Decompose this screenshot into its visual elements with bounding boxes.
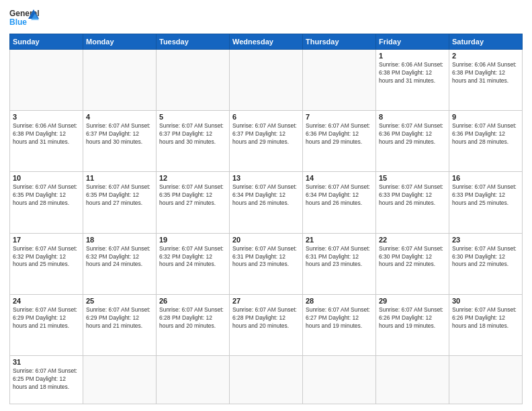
calendar-cell: 14Sunrise: 6:07 AM Sunset: 6:34 PM Dayli… bbox=[303, 172, 376, 233]
day-info: Sunrise: 6:07 AM Sunset: 6:36 PM Dayligh… bbox=[306, 122, 373, 146]
calendar-cell bbox=[83, 50, 157, 111]
calendar-cell: 1Sunrise: 6:06 AM Sunset: 6:38 PM Daylig… bbox=[376, 50, 449, 111]
svg-text:Blue: Blue bbox=[9, 17, 27, 27]
day-number: 14 bbox=[306, 174, 373, 182]
day-number: 3 bbox=[13, 113, 80, 121]
calendar-cell: 23Sunrise: 6:07 AM Sunset: 6:30 PM Dayli… bbox=[449, 233, 523, 294]
calendar-cell bbox=[157, 356, 230, 404]
calendar-cell: 16Sunrise: 6:07 AM Sunset: 6:33 PM Dayli… bbox=[449, 172, 523, 233]
day-number: 12 bbox=[159, 174, 226, 182]
calendar-cell: 12Sunrise: 6:07 AM Sunset: 6:35 PM Dayli… bbox=[157, 172, 230, 233]
day-number: 18 bbox=[86, 236, 153, 244]
day-info: Sunrise: 6:07 AM Sunset: 6:28 PM Dayligh… bbox=[159, 306, 226, 330]
calendar-week-row: 1Sunrise: 6:06 AM Sunset: 6:38 PM Daylig… bbox=[10, 50, 523, 111]
calendar-cell: 13Sunrise: 6:07 AM Sunset: 6:34 PM Dayli… bbox=[230, 172, 303, 233]
day-number: 21 bbox=[306, 236, 373, 244]
calendar-cell: 18Sunrise: 6:07 AM Sunset: 6:32 PM Dayli… bbox=[83, 233, 157, 294]
calendar-week-row: 3Sunrise: 6:06 AM Sunset: 6:38 PM Daylig… bbox=[10, 111, 523, 172]
day-info: Sunrise: 6:07 AM Sunset: 6:34 PM Dayligh… bbox=[306, 183, 373, 208]
day-number: 17 bbox=[13, 236, 80, 244]
calendar-cell: 26Sunrise: 6:07 AM Sunset: 6:28 PM Dayli… bbox=[157, 294, 230, 355]
day-number: 23 bbox=[452, 236, 519, 244]
calendar-cell: 15Sunrise: 6:07 AM Sunset: 6:33 PM Dayli… bbox=[376, 172, 449, 233]
day-number: 20 bbox=[232, 236, 300, 244]
calendar-table: SundayMondayTuesdayWednesdayThursdayFrid… bbox=[9, 34, 523, 404]
day-info: Sunrise: 6:07 AM Sunset: 6:27 PM Dayligh… bbox=[306, 306, 373, 330]
day-number: 15 bbox=[379, 174, 446, 182]
day-info: Sunrise: 6:07 AM Sunset: 6:33 PM Dayligh… bbox=[379, 183, 446, 208]
calendar-cell bbox=[83, 356, 157, 404]
calendar-cell: 11Sunrise: 6:07 AM Sunset: 6:35 PM Dayli… bbox=[83, 172, 157, 233]
day-info: Sunrise: 6:07 AM Sunset: 6:32 PM Dayligh… bbox=[13, 245, 80, 269]
day-info: Sunrise: 6:07 AM Sunset: 6:37 PM Dayligh… bbox=[232, 122, 300, 146]
day-info: Sunrise: 6:07 AM Sunset: 6:26 PM Dayligh… bbox=[379, 306, 446, 330]
calendar-cell: 4Sunrise: 6:07 AM Sunset: 6:37 PM Daylig… bbox=[83, 111, 157, 172]
day-number: 27 bbox=[232, 297, 300, 305]
calendar-cell: 27Sunrise: 6:07 AM Sunset: 6:28 PM Dayli… bbox=[230, 294, 303, 355]
weekday-header-sunday: Sunday bbox=[10, 34, 83, 50]
calendar-cell: 30Sunrise: 6:07 AM Sunset: 6:26 PM Dayli… bbox=[449, 294, 523, 355]
day-info: Sunrise: 6:06 AM Sunset: 6:38 PM Dayligh… bbox=[379, 61, 446, 85]
day-info: Sunrise: 6:07 AM Sunset: 6:31 PM Dayligh… bbox=[306, 245, 373, 269]
day-number: 29 bbox=[379, 297, 446, 305]
logo: General Blue bbox=[9, 7, 39, 30]
calendar-cell: 20Sunrise: 6:07 AM Sunset: 6:31 PM Dayli… bbox=[230, 233, 303, 294]
day-info: Sunrise: 6:07 AM Sunset: 6:35 PM Dayligh… bbox=[159, 183, 226, 208]
calendar-cell: 24Sunrise: 6:07 AM Sunset: 6:29 PM Dayli… bbox=[10, 294, 83, 355]
day-number: 10 bbox=[13, 174, 80, 182]
day-number: 16 bbox=[452, 174, 519, 182]
logo-icon: General Blue bbox=[9, 7, 39, 30]
calendar-cell: 10Sunrise: 6:07 AM Sunset: 6:35 PM Dayli… bbox=[10, 172, 83, 233]
calendar-week-row: 31Sunrise: 6:07 AM Sunset: 6:25 PM Dayli… bbox=[10, 356, 523, 404]
day-info: Sunrise: 6:07 AM Sunset: 6:31 PM Dayligh… bbox=[232, 245, 300, 269]
calendar-cell bbox=[449, 356, 523, 404]
page: General Blue SundayMondayTuesdayWednesda… bbox=[0, 0, 532, 411]
day-info: Sunrise: 6:07 AM Sunset: 6:34 PM Dayligh… bbox=[232, 183, 300, 208]
day-number: 11 bbox=[86, 174, 153, 182]
calendar-cell: 7Sunrise: 6:07 AM Sunset: 6:36 PM Daylig… bbox=[303, 111, 376, 172]
weekday-header-wednesday: Wednesday bbox=[230, 34, 303, 50]
day-number: 26 bbox=[159, 297, 226, 305]
day-info: Sunrise: 6:07 AM Sunset: 6:32 PM Dayligh… bbox=[86, 245, 153, 269]
calendar-cell bbox=[376, 356, 449, 404]
day-info: Sunrise: 6:07 AM Sunset: 6:36 PM Dayligh… bbox=[452, 122, 519, 146]
day-info: Sunrise: 6:07 AM Sunset: 6:32 PM Dayligh… bbox=[159, 245, 226, 269]
day-info: Sunrise: 6:07 AM Sunset: 6:36 PM Dayligh… bbox=[379, 122, 446, 146]
day-info: Sunrise: 6:07 AM Sunset: 6:33 PM Dayligh… bbox=[452, 183, 519, 208]
day-number: 5 bbox=[159, 113, 226, 121]
day-number: 28 bbox=[306, 297, 373, 305]
calendar-cell bbox=[303, 50, 376, 111]
day-number: 24 bbox=[13, 297, 80, 305]
calendar-cell: 9Sunrise: 6:07 AM Sunset: 6:36 PM Daylig… bbox=[449, 111, 523, 172]
day-info: Sunrise: 6:07 AM Sunset: 6:37 PM Dayligh… bbox=[159, 122, 226, 146]
day-number: 25 bbox=[86, 297, 153, 305]
calendar-week-row: 24Sunrise: 6:07 AM Sunset: 6:29 PM Dayli… bbox=[10, 294, 523, 355]
calendar-cell bbox=[230, 356, 303, 404]
weekday-header-saturday: Saturday bbox=[449, 34, 523, 50]
weekday-header-monday: Monday bbox=[83, 34, 157, 50]
day-info: Sunrise: 6:07 AM Sunset: 6:30 PM Dayligh… bbox=[452, 245, 519, 269]
weekday-header-thursday: Thursday bbox=[303, 34, 376, 50]
day-info: Sunrise: 6:07 AM Sunset: 6:28 PM Dayligh… bbox=[232, 306, 300, 330]
day-info: Sunrise: 6:07 AM Sunset: 6:35 PM Dayligh… bbox=[13, 183, 80, 208]
calendar-cell: 21Sunrise: 6:07 AM Sunset: 6:31 PM Dayli… bbox=[303, 233, 376, 294]
calendar-cell bbox=[157, 50, 230, 111]
calendar-cell: 25Sunrise: 6:07 AM Sunset: 6:29 PM Dayli… bbox=[83, 294, 157, 355]
day-info: Sunrise: 6:07 AM Sunset: 6:30 PM Dayligh… bbox=[379, 245, 446, 269]
calendar-cell: 6Sunrise: 6:07 AM Sunset: 6:37 PM Daylig… bbox=[230, 111, 303, 172]
calendar-cell bbox=[230, 50, 303, 111]
day-info: Sunrise: 6:07 AM Sunset: 6:29 PM Dayligh… bbox=[13, 306, 80, 330]
day-number: 30 bbox=[452, 297, 519, 305]
day-info: Sunrise: 6:07 AM Sunset: 6:25 PM Dayligh… bbox=[13, 367, 80, 392]
day-number: 4 bbox=[86, 113, 153, 121]
day-info: Sunrise: 6:06 AM Sunset: 6:38 PM Dayligh… bbox=[452, 61, 519, 85]
day-number: 8 bbox=[379, 113, 446, 121]
day-number: 31 bbox=[13, 358, 80, 366]
calendar-cell bbox=[10, 50, 83, 111]
day-info: Sunrise: 6:06 AM Sunset: 6:38 PM Dayligh… bbox=[13, 122, 80, 146]
calendar-cell: 29Sunrise: 6:07 AM Sunset: 6:26 PM Dayli… bbox=[376, 294, 449, 355]
day-number: 13 bbox=[232, 174, 300, 182]
day-number: 2 bbox=[452, 52, 519, 60]
calendar-week-row: 10Sunrise: 6:07 AM Sunset: 6:35 PM Dayli… bbox=[10, 172, 523, 233]
calendar-cell: 17Sunrise: 6:07 AM Sunset: 6:32 PM Dayli… bbox=[10, 233, 83, 294]
